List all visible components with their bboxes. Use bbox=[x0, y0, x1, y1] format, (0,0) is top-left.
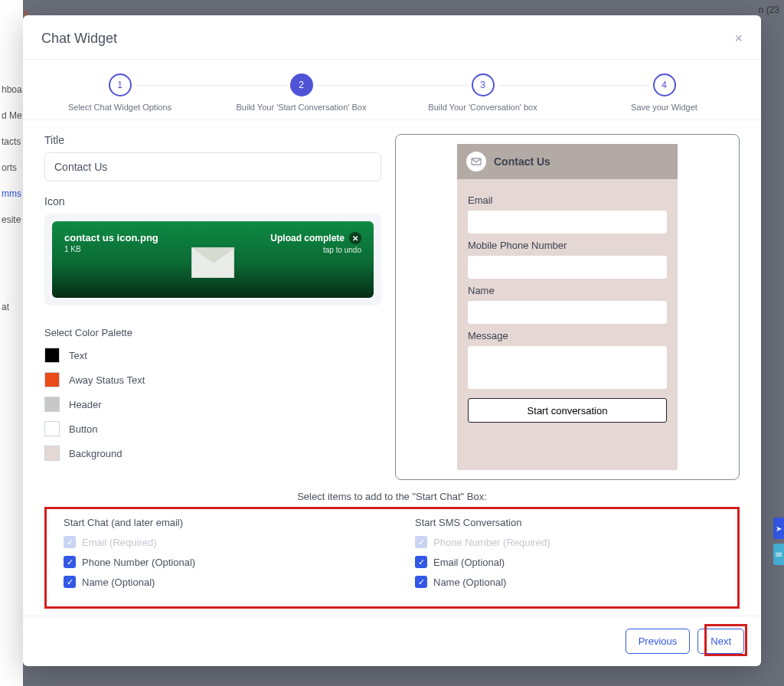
step-label: Build Your 'Conversation' box bbox=[392, 103, 573, 112]
chk-phone-optional[interactable]: ✓Phone Number (Optional) bbox=[64, 556, 369, 568]
palette-background[interactable]: Background bbox=[44, 446, 381, 461]
next-button[interactable]: Next bbox=[697, 629, 744, 654]
chat-icon[interactable]: ✉ bbox=[773, 544, 784, 565]
step-label: Save your Widget bbox=[573, 103, 755, 112]
chk-email-required: ✓Email (Required) bbox=[64, 536, 369, 548]
preview-title: Contact Us bbox=[494, 155, 550, 168]
preview-input-phone bbox=[468, 256, 667, 279]
chk-sms-name-optional[interactable]: ✓Name (Optional) bbox=[415, 576, 720, 588]
floating-actions: ➤ ✉ bbox=[773, 518, 784, 570]
upload-filename: contact us icon.png bbox=[64, 232, 158, 243]
chat-widget-modal: Chat Widget × 1 Select Chat Widget Optio… bbox=[23, 15, 761, 666]
select-items-highlight: Start Chat (and later email) ✓Email (Req… bbox=[44, 507, 740, 609]
step-label: Build Your 'Start Conversation' Box bbox=[211, 103, 392, 112]
background-sidebar: hboad Metacts ortsmms esiteat bbox=[0, 0, 23, 686]
icon-label: Icon bbox=[44, 195, 381, 207]
step-label: Select Chat Widget Options bbox=[29, 103, 211, 112]
title-label: Title bbox=[44, 134, 381, 146]
palette-away[interactable]: Away Status Text bbox=[44, 372, 381, 387]
upload-filesize: 1 KB bbox=[64, 245, 158, 253]
close-icon[interactable]: × bbox=[734, 31, 743, 47]
chk-sms-email-optional[interactable]: ✓Email (Optional) bbox=[415, 556, 720, 568]
remove-upload-icon[interactable]: ✕ bbox=[349, 232, 361, 244]
preview-input-name bbox=[468, 301, 667, 324]
chk-name-optional[interactable]: ✓Name (Optional) bbox=[64, 576, 369, 588]
select-items-heading: Select items to add to the "Start Chat" … bbox=[44, 491, 740, 502]
palette-title: Select Color Palette bbox=[44, 327, 381, 338]
send-icon[interactable]: ➤ bbox=[773, 518, 784, 539]
previous-button[interactable]: Previous bbox=[626, 629, 691, 654]
upload-undo[interactable]: tap to undo bbox=[270, 246, 361, 254]
upload-status: Upload complete bbox=[270, 233, 345, 243]
step-4[interactable]: 4 Save your Widget bbox=[573, 74, 755, 112]
preview-input-message bbox=[468, 346, 667, 389]
preview-header-icon bbox=[466, 152, 486, 172]
preview-label-email: Email bbox=[468, 194, 667, 206]
palette-header[interactable]: Header bbox=[44, 397, 381, 412]
modal-title: Chat Widget bbox=[41, 31, 117, 47]
palette-text[interactable]: Text bbox=[44, 348, 381, 363]
start-chat-title: Start Chat (and later email) bbox=[64, 517, 369, 528]
header-badge: n (23 bbox=[759, 5, 779, 15]
icon-upload-area[interactable]: contact us icon.png 1 KB Upload complete… bbox=[44, 214, 381, 305]
step-1[interactable]: 1 Select Chat Widget Options bbox=[29, 74, 211, 112]
preview-label-phone: Mobile Phone Number bbox=[468, 240, 667, 251]
title-input[interactable] bbox=[44, 152, 381, 181]
start-sms-title: Start SMS Conversation bbox=[415, 517, 720, 528]
wizard-stepper: 1 Select Chat Widget Options 2 Build You… bbox=[23, 60, 761, 120]
preview-label-name: Name bbox=[468, 285, 667, 296]
preview-label-message: Message bbox=[468, 330, 667, 341]
step-3[interactable]: 3 Build Your 'Conversation' box bbox=[392, 74, 573, 112]
widget-preview: Contact Us Email Mobile Phone Number Nam… bbox=[395, 134, 740, 480]
preview-input-email bbox=[468, 211, 667, 234]
step-2[interactable]: 2 Build Your 'Start Conversation' Box bbox=[211, 74, 392, 112]
preview-start-button: Start conversation bbox=[468, 398, 667, 423]
palette-button[interactable]: Button bbox=[44, 421, 381, 436]
chk-sms-phone-required: ✓Phone Number (Required) bbox=[415, 536, 720, 548]
envelope-icon bbox=[191, 247, 234, 278]
